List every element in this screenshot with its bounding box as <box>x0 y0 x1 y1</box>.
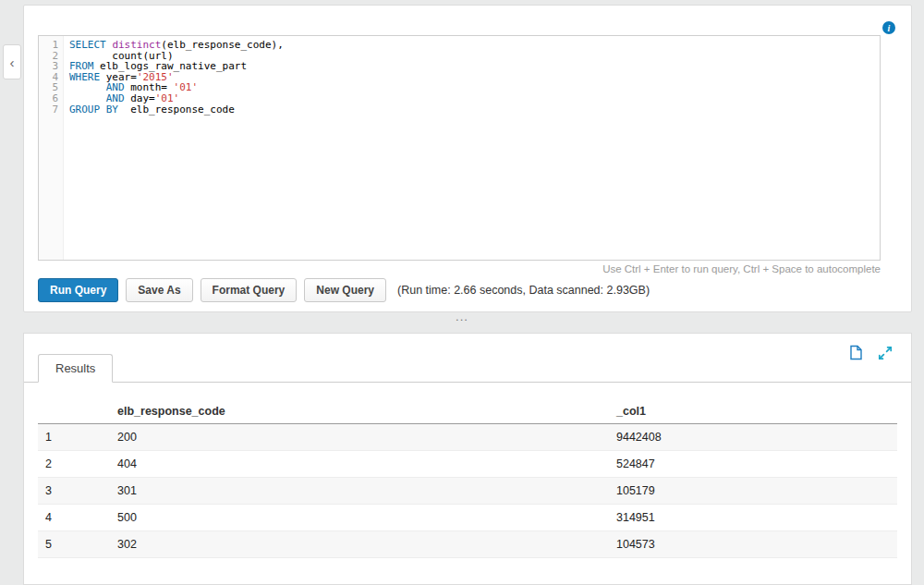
table-cell: 105179 <box>609 478 897 505</box>
format-query-button[interactable]: Format Query <box>201 278 298 302</box>
table-row: 12009442408 <box>38 424 897 451</box>
table-cell: 524847 <box>609 451 897 478</box>
results-tabs-row: Results <box>24 354 911 383</box>
results-table: elb_response_code_col1 12009442408240452… <box>38 398 897 558</box>
column-header: _col1 <box>609 398 897 424</box>
sql-editor: 1234567 SELECT distinct(elb_response_cod… <box>38 35 881 261</box>
code-line: GROUP BY elb_response_code <box>69 104 880 116</box>
line-number: 7 <box>39 104 58 116</box>
table-cell: 314951 <box>609 505 897 531</box>
query-toolbar: Run Query Save As Format Query New Query… <box>38 278 650 302</box>
table-cell: 404 <box>110 451 609 478</box>
row-index-cell: 5 <box>38 531 110 558</box>
results-panel: Results elb_response_code_col1 120094424… <box>23 333 912 585</box>
table-row: 5302104573 <box>38 531 897 558</box>
results-table-wrap: elb_response_code_col1 12009442408240452… <box>38 398 897 558</box>
query-editor-panel: i 1234567 SELECT distinct(elb_response_c… <box>23 5 912 312</box>
code-line: FROM elb_logs_raw_native_part <box>69 61 880 72</box>
save-as-button[interactable]: Save As <box>126 278 192 302</box>
column-header: elb_response_code <box>110 398 609 424</box>
info-icon-glyph: i <box>888 23 891 33</box>
table-row: 4500314951 <box>38 505 897 531</box>
collapse-panel-button[interactable]: ‹ <box>3 44 21 79</box>
chevron-left-icon: ‹ <box>10 55 15 70</box>
code-line: SELECT distinct(elb_response_code), <box>69 40 880 51</box>
row-index-cell: 3 <box>38 478 110 505</box>
results-body: 1200944240824045248473301105179450031495… <box>38 424 897 558</box>
panel-splitter-handle[interactable]: ... <box>0 312 924 327</box>
table-cell: 200 <box>110 424 609 451</box>
row-index-cell: 4 <box>38 505 110 531</box>
code-content[interactable]: SELECT distinct(elb_response_code), coun… <box>64 36 880 260</box>
line-number: 1 <box>39 40 58 51</box>
editor-hint: Use Ctrl + Enter to run query, Ctrl + Sp… <box>602 263 881 274</box>
table-row: 3301105179 <box>38 478 897 505</box>
table-cell: 104573 <box>609 531 897 558</box>
code-line: AND month= '01' <box>69 82 880 93</box>
line-numbers: 1234567 <box>39 36 64 260</box>
table-cell: 301 <box>110 478 609 505</box>
run-query-button[interactable]: Run Query <box>38 278 118 302</box>
row-index-cell: 2 <box>38 451 110 478</box>
table-cell: 500 <box>110 505 609 531</box>
line-number: 6 <box>39 93 58 104</box>
table-cell: 302 <box>110 531 609 558</box>
run-stats: (Run time: 2.66 seconds, Data scanned: 2… <box>397 284 650 297</box>
row-index-cell: 1 <box>38 424 110 451</box>
results-header-row: elb_response_code_col1 <box>38 398 897 424</box>
info-icon[interactable]: i <box>882 21 895 34</box>
corner-header-cell <box>38 398 110 424</box>
table-cell: 9442408 <box>609 424 897 451</box>
table-row: 2404524847 <box>38 451 897 478</box>
new-query-button[interactable]: New Query <box>304 278 386 302</box>
tab-results[interactable]: Results <box>38 354 113 383</box>
